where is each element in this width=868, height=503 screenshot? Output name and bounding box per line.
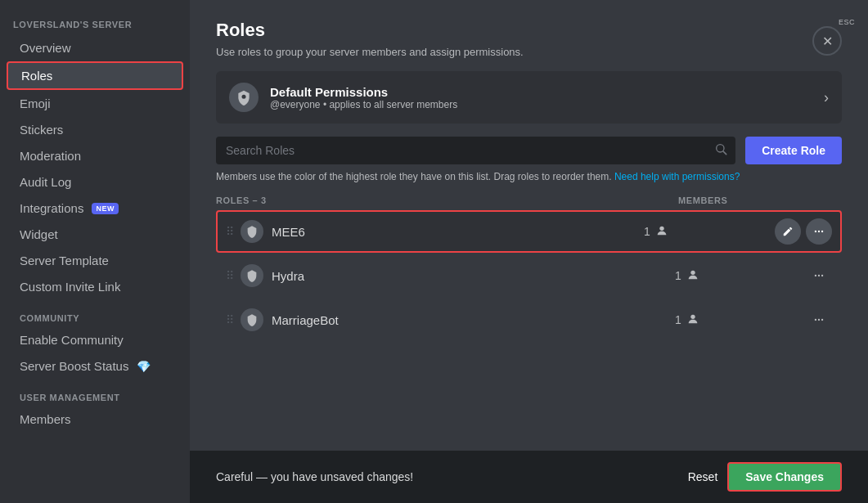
sidebar-item-label: Widget [20,227,58,241]
default-permissions-card[interactable]: Default Permissions @everyone • applies … [216,71,842,124]
content-area: Roles Use roles to group your server mem… [190,0,868,503]
svg-point-0 [242,95,246,99]
page-title: Roles [216,20,842,41]
drag-handle-icon[interactable]: ⠿ [226,269,234,282]
role-shield-icon [241,220,263,243]
boost-icon: 💎 [137,360,151,373]
sidebar: LOVERSLAND'S SERVER Overview Roles Emoji… [0,0,190,503]
role-actions [806,263,832,289]
sidebar-item-label: Custom Invite Link [20,280,120,294]
reset-button[interactable]: Reset [688,470,718,483]
unsaved-actions: Reset Save Changes [688,462,842,492]
sidebar-item-overview[interactable]: Overview [7,35,183,61]
search-icon [714,142,727,159]
drag-handle-icon[interactable]: ⠿ [226,313,234,326]
new-badge: NEW [92,203,119,214]
main-header: Roles Use roles to group your server mem… [190,0,868,124]
more-options-button[interactable] [806,263,832,289]
role-name: MarriageBot [272,313,675,327]
sidebar-item-enable-community[interactable]: Enable Community [7,327,183,353]
member-icon [686,312,699,328]
main-content: ✕ ESC Roles Use roles to group your serv… [190,0,868,503]
sidebar-item-label: Server Template [20,254,109,267]
sidebar-item-label: Roles [21,69,52,83]
role-members-count: 1 [675,312,806,328]
sidebar-item-label: Emoji [20,97,51,110]
svg-point-11 [690,314,695,318]
svg-point-8 [815,275,816,276]
sidebar-item-label: Enable Community [20,333,124,347]
search-input[interactable] [216,137,735,164]
svg-point-6 [821,231,823,232]
search-wrapper [216,137,735,164]
chevron-right-icon: › [824,89,829,106]
sidebar-item-label: Members [20,412,71,426]
help-text: Members use the color of the highest rol… [190,171,868,182]
community-section-label: COMMUNITY [0,300,190,326]
svg-point-7 [690,270,695,274]
sidebar-item-moderation[interactable]: Moderation [7,143,183,168]
svg-point-5 [818,231,820,232]
drag-handle-icon[interactable]: ⠿ [226,225,234,238]
member-icon [686,268,699,284]
svg-point-3 [659,226,663,230]
card-left: Default Permissions @everyone • applies … [229,83,457,112]
sidebar-item-server-boost-status[interactable]: Server Boost Status 💎 [7,353,183,379]
role-shield-icon [241,264,263,287]
sidebar-item-server-template[interactable]: Server Template [7,248,183,273]
svg-point-4 [815,231,816,232]
roles-table-header: ROLES – 3 MEMBERS [190,195,868,205]
svg-point-13 [818,319,820,321]
search-create-row: Create Role [190,137,868,164]
sidebar-item-label: Server Boost Status [20,359,128,373]
role-name: Hydra [272,269,675,283]
card-text: Default Permissions @everyone • applies … [270,85,457,110]
role-actions [806,307,832,333]
roles-col-name-header: ROLES – 3 [216,195,678,205]
sidebar-item-members[interactable]: Members [7,406,183,432]
user-management-section-label: USER MANAGEMENT [0,379,190,406]
roles-list: ⠿ MEE6 1 [190,210,868,341]
unsaved-message: Careful — you have unsaved changes! [216,470,413,483]
card-title: Default Permissions [270,85,457,99]
role-shield-icon [241,308,263,331]
esc-label: ESC [839,18,855,26]
sidebar-item-label: Stickers [20,123,63,137]
close-button[interactable]: ✕ [812,26,842,56]
table-row[interactable]: ⠿ Hydra 1 [216,254,842,297]
table-row[interactable]: ⠿ MarriageBot 1 [216,299,842,341]
create-role-button[interactable]: Create Role [745,137,842,164]
svg-point-10 [821,275,823,276]
role-actions [775,218,832,245]
sidebar-item-label: Moderation [20,149,81,163]
sidebar-item-emoji[interactable]: Emoji [7,91,183,116]
more-options-button[interactable] [806,307,832,333]
unsaved-changes-bar: Careful — you have unsaved changes! Rese… [190,451,868,503]
save-changes-button[interactable]: Save Changes [727,462,842,492]
sidebar-item-audit-log[interactable]: Audit Log [7,169,183,195]
sidebar-item-label: Overview [20,41,71,55]
sidebar-item-custom-invite-link[interactable]: Custom Invite Link [7,274,183,299]
server-name: LOVERSLAND'S SERVER [0,13,190,34]
sidebar-item-stickers[interactable]: Stickers [7,117,183,142]
svg-line-2 [723,151,726,155]
help-link[interactable]: Need help with permissions? [614,171,740,182]
member-icon [655,224,668,240]
sidebar-item-label: Audit Log [20,175,71,189]
sidebar-item-roles[interactable]: Roles [7,61,183,90]
sidebar-item-integrations[interactable]: Integrations NEW [7,195,183,221]
shield-avatar-icon [229,83,259,112]
sidebar-item-label: Integrations [20,201,83,215]
card-subtitle: @everyone • applies to all server member… [270,99,457,110]
roles-col-members-header: MEMBERS [678,195,842,205]
page-subtitle: Use roles to group your server members a… [216,46,842,58]
sidebar-item-widget[interactable]: Widget [7,222,183,247]
role-members-count: 1 [644,224,775,240]
edit-role-button[interactable] [775,218,801,245]
table-row[interactable]: ⠿ MEE6 1 [216,210,842,253]
role-members-count: 1 [675,268,806,284]
role-name: MEE6 [272,225,644,239]
more-options-button[interactable] [806,218,832,245]
svg-point-14 [821,319,823,321]
close-icon: ✕ [822,34,833,49]
